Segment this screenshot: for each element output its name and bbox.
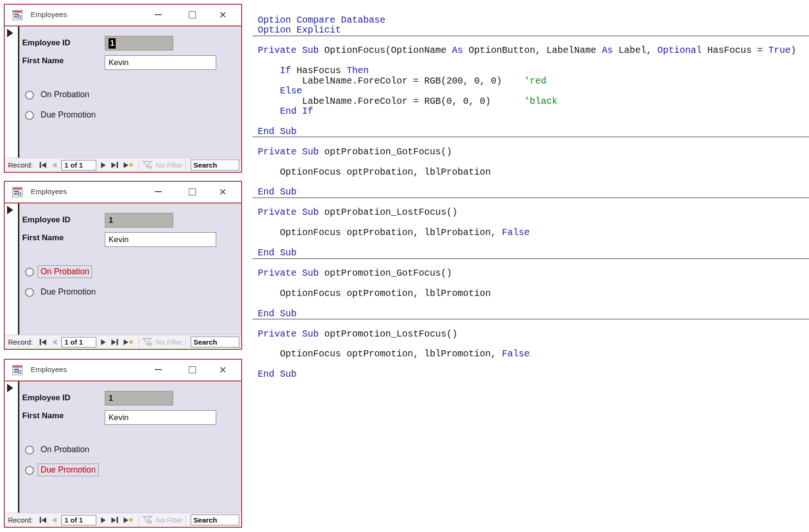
close-button[interactable]: × xyxy=(216,5,230,25)
record-label: Record: xyxy=(8,338,33,346)
previous-record-button[interactable] xyxy=(52,162,57,168)
on-probation-radio[interactable] xyxy=(25,268,34,277)
employee-id-value: 1 xyxy=(109,216,113,225)
new-record-button[interactable]: * xyxy=(124,339,134,345)
record-selector-strip[interactable] xyxy=(5,381,19,513)
form-detail-area: Employee ID 1 First Name Kevin On Probat… xyxy=(19,26,241,158)
maximize-icon xyxy=(189,366,196,373)
record-position-box[interactable]: 1 of 1 xyxy=(61,337,96,347)
option-label[interactable]: On Probation xyxy=(38,88,92,101)
form-detail-area: Employee ID 1 First Name Kevin On Probat… xyxy=(19,203,241,335)
record-navigation-bar: Record: 1 of 1 * No Filter Search xyxy=(5,513,241,527)
no-filter-button[interactable]: No Filter xyxy=(142,160,183,169)
previous-record-icon xyxy=(52,162,57,168)
due-promotion-radio[interactable] xyxy=(25,466,34,475)
employee-id-field[interactable]: 1 xyxy=(105,213,173,228)
search-input[interactable]: Search xyxy=(191,160,239,170)
vba-code-editor[interactable]: Option Compare DatabaseOption Explicit P… xyxy=(253,16,809,380)
first-record-button[interactable] xyxy=(40,517,46,523)
first-name-value: Kevin xyxy=(109,413,129,422)
option-label[interactable]: On Probation xyxy=(38,443,92,456)
current-record-arrow-icon xyxy=(7,384,13,392)
record-navigation-bar: Record: 1 of 1 * No Filter Search xyxy=(5,335,241,349)
option-label[interactable]: On Probation xyxy=(38,265,92,278)
last-record-icon xyxy=(111,517,116,523)
new-record-icon xyxy=(124,517,128,523)
last-record-button[interactable] xyxy=(111,162,118,168)
employee-id-field[interactable]: 1 xyxy=(105,36,173,51)
first-name-field[interactable]: Kevin xyxy=(105,55,216,70)
first-record-button[interactable] xyxy=(40,162,46,168)
minimize-icon xyxy=(155,191,162,192)
divider xyxy=(185,160,186,171)
filter-funnel-icon xyxy=(142,160,153,169)
code-line: Else xyxy=(253,86,809,96)
first-name-label: First Name xyxy=(22,56,64,66)
record-position-box[interactable]: 1 of 1 xyxy=(61,515,96,525)
minimize-button[interactable] xyxy=(151,360,165,380)
next-record-icon xyxy=(101,162,106,168)
search-input[interactable]: Search xyxy=(191,515,239,525)
next-record-icon xyxy=(101,517,106,523)
code-line: End Sub xyxy=(253,187,809,197)
employee-id-value: 1 xyxy=(109,38,116,49)
search-input[interactable]: Search xyxy=(191,337,239,347)
next-record-button[interactable] xyxy=(101,517,106,523)
new-record-star-icon: * xyxy=(129,519,134,524)
form-detail-area: Employee ID 1 First Name Kevin On Probat… xyxy=(19,381,241,513)
current-record-arrow-icon xyxy=(7,29,13,37)
no-filter-button[interactable]: No Filter xyxy=(142,515,183,524)
code-line: Option Explicit xyxy=(253,25,809,35)
code-line: LabelName.ForeColor = RGB(200, 0, 0) 're… xyxy=(253,76,809,86)
record-label: Record: xyxy=(8,516,33,524)
close-button[interactable]: × xyxy=(216,182,230,202)
option-label[interactable]: Due Promotion xyxy=(38,286,99,298)
next-record-button[interactable] xyxy=(101,162,106,168)
close-button[interactable]: × xyxy=(216,360,230,380)
last-record-icon xyxy=(111,162,116,168)
next-record-button[interactable] xyxy=(101,339,106,345)
maximize-button[interactable] xyxy=(185,182,199,202)
maximize-button[interactable] xyxy=(185,5,199,25)
first-record-button[interactable] xyxy=(40,339,46,345)
minimize-button[interactable] xyxy=(151,182,165,202)
due-promotion-radio[interactable] xyxy=(25,111,34,120)
employee-id-value: 1 xyxy=(109,394,113,403)
employees-form-window-1: Employees × Employee ID 1 First Name Kev… xyxy=(4,4,242,173)
code-line: LabelName.ForeColor = RGB(0, 0, 0) 'blac… xyxy=(253,97,809,107)
maximize-button[interactable] xyxy=(185,360,199,380)
code-line xyxy=(253,238,809,248)
previous-record-button[interactable] xyxy=(52,339,57,345)
due-promotion-radio[interactable] xyxy=(25,288,34,297)
employee-id-field[interactable]: 1 xyxy=(105,391,173,405)
code-line xyxy=(253,198,809,208)
employee-id-label: Employee ID xyxy=(22,215,70,225)
record-selector-strip[interactable] xyxy=(5,26,19,158)
last-record-button[interactable] xyxy=(111,517,118,523)
code-line: If HasFocus Then xyxy=(253,66,809,76)
option-label[interactable]: Due Promotion xyxy=(38,109,99,121)
divider xyxy=(185,515,186,526)
code-line: End If xyxy=(253,107,809,117)
minimize-button[interactable] xyxy=(151,5,165,25)
code-line: OptionFocus optPromotion, lblPromotion, … xyxy=(253,349,809,359)
new-record-button[interactable]: * xyxy=(124,517,134,523)
record-position-box[interactable]: 1 of 1 xyxy=(61,160,96,170)
new-record-star-icon: * xyxy=(129,164,134,169)
first-name-field[interactable]: Kevin xyxy=(105,232,216,247)
divider xyxy=(139,515,139,526)
first-name-label: First Name xyxy=(22,233,64,243)
code-line xyxy=(253,157,809,167)
first-name-value: Kevin xyxy=(109,235,129,245)
employees-form-window-3: Employees × Employee ID 1 First Name Kev… xyxy=(4,359,242,528)
new-record-button[interactable]: * xyxy=(124,162,134,168)
last-record-button[interactable] xyxy=(111,339,118,345)
first-name-field[interactable]: Kevin xyxy=(105,410,216,425)
no-filter-button[interactable]: No Filter xyxy=(142,338,183,346)
option-label[interactable]: Due Promotion xyxy=(38,464,99,476)
previous-record-button[interactable] xyxy=(52,517,57,523)
record-selector-strip[interactable] xyxy=(5,203,19,335)
on-probation-radio[interactable] xyxy=(25,91,34,100)
code-line: End Sub xyxy=(253,370,809,380)
on-probation-radio[interactable] xyxy=(25,446,34,455)
